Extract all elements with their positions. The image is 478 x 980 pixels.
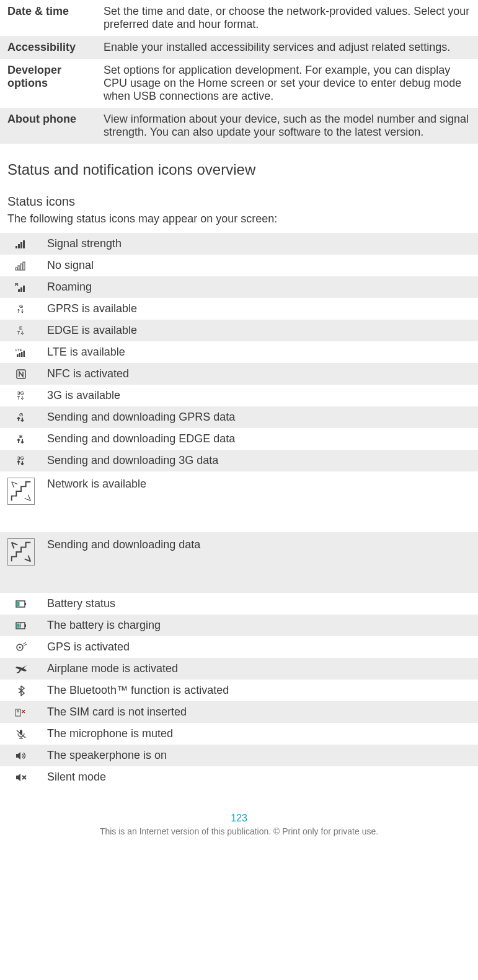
edge-data-icon: E — [14, 434, 28, 445]
icon-description: GPS is activated — [40, 636, 478, 658]
roaming-icon: R — [14, 282, 28, 293]
setting-description: Set the time and date, or choose the net… — [96, 0, 478, 36]
svg-rect-26 — [17, 602, 20, 606]
svg-rect-3 — [23, 240, 25, 248]
svg-rect-28 — [25, 624, 26, 627]
setting-label: Date & time — [0, 0, 96, 36]
icon-description: The microphone is muted — [40, 723, 478, 745]
bluetooth-icon — [14, 685, 28, 696]
svg-rect-15 — [17, 354, 19, 357]
setting-description: Enable your installed accessibility serv… — [96, 36, 478, 59]
table-row: The battery is charging — [0, 615, 478, 636]
table-row: GPS is activated — [0, 636, 478, 658]
icon-description: Battery status — [40, 593, 478, 615]
lte-available-icon: LTE — [14, 347, 28, 358]
svg-rect-7 — [23, 262, 25, 270]
table-row: Developer options Set options for applic… — [0, 59, 478, 108]
battery-charging-icon — [14, 620, 28, 631]
svg-text:E: E — [19, 325, 23, 331]
icon-description: Silent mode — [40, 766, 478, 788]
gprs-available-icon: G — [14, 304, 28, 315]
icon-description: Airplane mode is activated — [40, 658, 478, 680]
svg-text:E: E — [19, 434, 23, 439]
footer-note: This is an Internet version of this publ… — [0, 826, 478, 844]
table-row: 3G 3G is available — [0, 385, 478, 406]
setting-description: View information about your device, such… — [96, 108, 478, 144]
icon-description: LTE is available — [40, 341, 478, 363]
svg-text:R: R — [15, 282, 19, 287]
icon-description: No signal — [40, 255, 478, 276]
edge-available-icon: E — [14, 325, 28, 336]
icon-description: Network is available — [40, 471, 478, 532]
setting-description: Set options for application development.… — [96, 59, 478, 108]
svg-rect-18 — [24, 351, 25, 357]
table-row: No signal — [0, 255, 478, 276]
gprs-data-icon: G — [14, 412, 28, 423]
table-row: E Sending and downloading EDGE data — [0, 428, 478, 450]
speakerphone-icon — [14, 750, 28, 761]
icon-description: Sending and downloading 3G data — [40, 450, 478, 471]
3g-data-icon: 3G — [14, 455, 28, 466]
mic-muted-icon — [14, 728, 28, 740]
airplane-mode-icon — [14, 663, 28, 675]
svg-rect-4 — [15, 268, 17, 270]
svg-text:G: G — [19, 412, 23, 418]
setting-label: About phone — [0, 108, 96, 144]
intro-text: The following status icons may appear on… — [0, 211, 478, 233]
table-row: G GPRS is available — [0, 298, 478, 320]
status-icons-table: Signal strength No signal R Roaming G GP… — [0, 233, 478, 788]
signal-strength-icon — [14, 238, 28, 250]
icon-description: EDGE is available — [40, 320, 478, 341]
svg-rect-5 — [18, 266, 20, 270]
icon-description: NFC is activated — [40, 363, 478, 385]
table-row: Airplane mode is activated — [0, 658, 478, 680]
svg-text:3G: 3G — [17, 455, 24, 461]
page-number: 123 — [0, 788, 478, 826]
icon-description: Sending and downloading EDGE data — [40, 428, 478, 450]
table-row: Network is available — [0, 471, 478, 532]
svg-text:G: G — [19, 304, 23, 309]
svg-rect-10 — [20, 287, 22, 292]
svg-rect-0 — [15, 246, 17, 248]
network-available-icon — [7, 478, 35, 505]
icon-description: Sending and downloading data — [40, 532, 478, 593]
data-transfer-icon — [7, 538, 35, 566]
settings-table: Date & time Set the time and date, or ch… — [0, 0, 478, 144]
setting-label: Developer options — [0, 59, 96, 108]
table-row: R Roaming — [0, 276, 478, 298]
table-row: The Bluetooth™ function is activated — [0, 680, 478, 701]
table-row: LTE LTE is available — [0, 341, 478, 363]
svg-rect-9 — [18, 289, 20, 292]
table-row: Signal strength — [0, 233, 478, 255]
icon-description: Signal strength — [40, 233, 478, 255]
icon-description: The speakerphone is on — [40, 745, 478, 766]
table-row: E EDGE is available — [0, 320, 478, 341]
sub-heading: Status icons — [0, 183, 478, 211]
table-row: 3G Sending and downloading 3G data — [0, 450, 478, 471]
3g-available-icon: 3G — [14, 390, 28, 401]
table-row: Date & time Set the time and date, or ch… — [0, 0, 478, 36]
svg-rect-29 — [17, 624, 20, 628]
icon-description: Roaming — [40, 276, 478, 298]
svg-rect-16 — [19, 353, 21, 357]
svg-rect-17 — [21, 352, 23, 357]
svg-rect-11 — [23, 286, 25, 292]
icon-description: Sending and downloading GPRS data — [40, 406, 478, 428]
icon-description: The battery is charging — [40, 615, 478, 636]
svg-rect-2 — [20, 242, 22, 248]
table-row: G Sending and downloading GPRS data — [0, 406, 478, 428]
section-heading: Status and notification icons overview — [0, 144, 478, 183]
nfc-activated-icon — [14, 369, 28, 380]
icon-description: 3G is available — [40, 385, 478, 406]
no-signal-icon — [14, 260, 28, 271]
icon-description: GPRS is available — [40, 298, 478, 320]
table-row: The microphone is muted — [0, 723, 478, 745]
svg-rect-25 — [25, 603, 26, 605]
table-row: Battery status — [0, 593, 478, 615]
svg-text:3G: 3G — [17, 390, 24, 396]
setting-label: Accessibility — [0, 36, 96, 59]
svg-rect-1 — [18, 244, 20, 248]
gps-activated-icon — [14, 642, 28, 653]
table-row: Silent mode — [0, 766, 478, 788]
table-row: ✕ The SIM card is not inserted — [0, 701, 478, 723]
